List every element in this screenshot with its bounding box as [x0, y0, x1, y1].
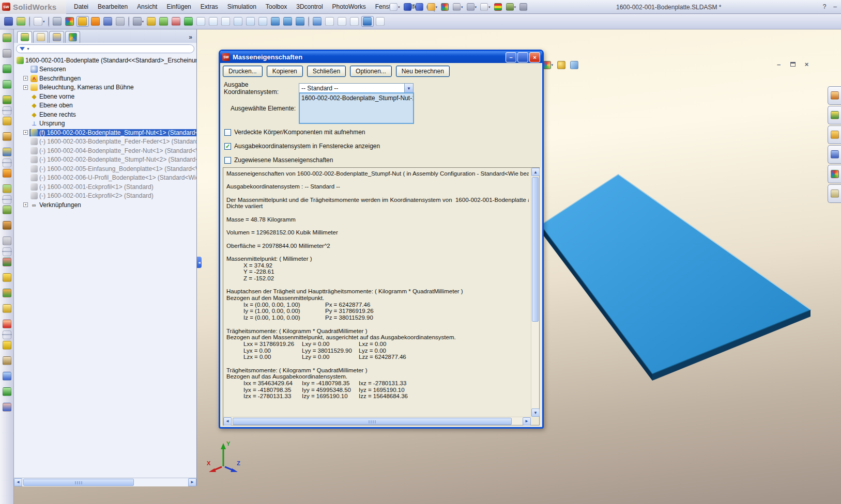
tree-item-body[interactable]: Sensoren — [29, 66, 67, 73]
menu-item[interactable]: Einfügen — [162, 3, 195, 10]
toolbar-button[interactable] — [337, 16, 348, 27]
scroll-right-arrow-icon[interactable]: ► — [523, 417, 531, 426]
toolbar-button[interactable] — [257, 16, 269, 27]
tree-expander[interactable]: + — [23, 202, 28, 207]
checkbox-row[interactable]: ✓ Ausgabekoordinatensystem in Fenstereck… — [224, 143, 380, 150]
tree-item-body[interactable]: (-) 1600-002-003-Bodenplatte_Feder-Feder… — [29, 138, 196, 145]
dialog-title-bar[interactable]: SW Masseneigenschaften – × — [220, 51, 542, 63]
toolbar-button[interactable] — [556, 59, 567, 70]
scroll-up-arrow-icon[interactable]: ▲ — [531, 168, 540, 176]
panel-overflow-chevron[interactable]: » — [189, 34, 194, 43]
scrollbar-thumb[interactable] — [532, 177, 539, 322]
dialog-button[interactable]: Optionen... — [350, 66, 392, 77]
toolbar-button[interactable] — [233, 16, 244, 27]
menu-item[interactable]: Simulation — [223, 3, 261, 10]
toolbar-button[interactable] — [312, 16, 323, 27]
toolbar-button[interactable]: ▾ — [33, 16, 46, 27]
toolbar-button[interactable] — [375, 16, 386, 27]
toolbar-button[interactable] — [2, 334, 12, 335]
scroll-left-arrow-icon[interactable]: ◄ — [223, 417, 232, 426]
tree-item-body[interactable]: (f) 1600-002-002-Bodenplatte_Stumpf-Nut<… — [29, 129, 196, 136]
toolbar-button[interactable] — [2, 33, 12, 43]
tree-item[interactable]: 1600-002-001-Bodenplatte (Standard<<Stan… — [14, 56, 196, 65]
menu-item[interactable]: Datei — [69, 3, 93, 10]
toolbar-button[interactable] — [146, 16, 157, 27]
child-minimize-button[interactable]: – — [774, 60, 783, 68]
menu-item[interactable]: PhotoWorks — [328, 3, 371, 10]
panel-tab[interactable] — [17, 31, 32, 43]
toolbar-button[interactable] — [64, 16, 75, 27]
toolbar-button[interactable] — [270, 16, 281, 27]
toolbar-button[interactable] — [220, 16, 232, 27]
toolbar-button[interactable]: ▾ — [426, 2, 439, 12]
toolbar-button[interactable] — [2, 371, 12, 382]
tree-item[interactable]: + A Beschriftungen — [14, 74, 196, 83]
toolbar-button[interactable] — [403, 2, 413, 12]
panel-tab[interactable] — [65, 31, 80, 43]
toolbar-button[interactable] — [102, 16, 114, 27]
scrollbar-track[interactable] — [531, 176, 539, 408]
toolbar-button[interactable]: ▾ — [389, 2, 401, 12]
tree-item-body[interactable]: Beleuchtung, Kameras und Bühne — [29, 84, 135, 91]
toolbar-button[interactable] — [324, 16, 335, 27]
scroll-right-arrow-icon[interactable]: ► — [188, 478, 196, 486]
toolbar-button[interactable] — [2, 303, 12, 314]
toolbar-button[interactable] — [2, 131, 12, 142]
tree-item-body[interactable]: (-) 1600-002-001-Eckprofil<1> (Standard) — [29, 183, 155, 191]
toolbar-button[interactable] — [2, 235, 12, 246]
toolbar-button[interactable] — [2, 251, 12, 252]
tree-item[interactable]: + (f) 1600-002-002-Bodenplatte_Stumpf-Nu… — [14, 128, 196, 137]
checkbox-row[interactable]: Verdeckte Körper/Komponenten mit aufnehm… — [224, 129, 365, 136]
toolbar-button[interactable] — [3, 16, 14, 27]
toolbar-button[interactable] — [2, 220, 12, 231]
toolbar-button[interactable] — [2, 272, 12, 283]
tree-item[interactable]: Sensoren — [14, 65, 196, 74]
scrollbar-thumb[interactable] — [233, 418, 512, 425]
dialog-button[interactable]: Drucken... — [223, 66, 263, 77]
toolbar-button[interactable]: ▾ — [466, 2, 478, 12]
toolbar-button[interactable] — [2, 116, 12, 127]
filter-dropdown-arrow-icon[interactable]: ▼ — [26, 47, 30, 51]
panel-tab[interactable] — [49, 31, 64, 43]
task-pane-tab[interactable] — [828, 86, 841, 105]
tree-item[interactable]: + Beleuchtung, Kameras und Bühne — [14, 83, 196, 92]
toolbar-button[interactable] — [415, 2, 425, 12]
tree-item[interactable]: ◆ Ebene rechts — [14, 110, 196, 119]
scrollbar-thumb[interactable] — [23, 479, 134, 486]
toolbar-button[interactable] — [349, 16, 360, 27]
toolbar-button[interactable] — [208, 16, 219, 27]
toolbar-button[interactable] — [2, 199, 12, 200]
tree-item[interactable]: (-) 1600-002-001-Eckprofil<2> (Standard) — [14, 192, 196, 201]
dialog-button[interactable]: Schließen — [307, 66, 346, 77]
toolbar-button[interactable] — [440, 2, 450, 12]
part-top-face[interactable] — [541, 175, 811, 374]
tree-item[interactable]: (-) 1600-002-003-Bodenplatte_Feder-Feder… — [14, 137, 196, 147]
toolbar-button[interactable] — [2, 183, 12, 194]
tree-item-body[interactable]: (-) 1600-002-004-Bodenplatte_Feder-Nut<1… — [29, 147, 196, 154]
tree-item[interactable]: (-) 1600-002-001-Eckprofil<1> (Standard) — [14, 182, 196, 192]
checkbox[interactable] — [224, 157, 231, 164]
tree-item[interactable]: + ∞ Verknüpfungen — [14, 200, 196, 210]
task-pane-tab[interactable] — [828, 106, 841, 124]
results-vertical-scrollbar[interactable]: ▲ ▼ — [531, 168, 539, 417]
tree-item-body[interactable]: (-) 1600-002-006-U-Profil_Bodenplatte<1>… — [29, 174, 196, 181]
toolbar-button[interactable] — [361, 16, 374, 27]
scrollbar-track[interactable] — [232, 417, 523, 426]
tree-item[interactable]: ⊥ Ursprung — [14, 119, 196, 129]
task-pane-tab[interactable] — [828, 184, 841, 203]
toolbar-button[interactable] — [195, 16, 207, 27]
tree-item[interactable]: (-) 1600-002-006-U-Profil_Bodenplatte<1>… — [14, 174, 196, 183]
toolbar-button[interactable] — [2, 204, 12, 215]
coordinate-system-dropdown[interactable]: -- Standard -- ▼ — [299, 83, 414, 93]
toolbar-button[interactable] — [2, 340, 12, 351]
toolbar-button[interactable] — [2, 319, 12, 329]
checkbox[interactable] — [224, 129, 231, 136]
toolbar-button[interactable] — [2, 64, 12, 74]
checkbox[interactable]: ✓ — [224, 143, 231, 150]
dialog-minimize-button[interactable]: – — [506, 52, 516, 62]
toolbar-button[interactable] — [77, 16, 89, 27]
toolbar-button[interactable] — [282, 16, 294, 27]
scrollbar-track[interactable] — [22, 478, 188, 486]
toolbar-button[interactable]: ▾ — [479, 2, 492, 12]
tree-expander[interactable]: + — [23, 76, 28, 81]
